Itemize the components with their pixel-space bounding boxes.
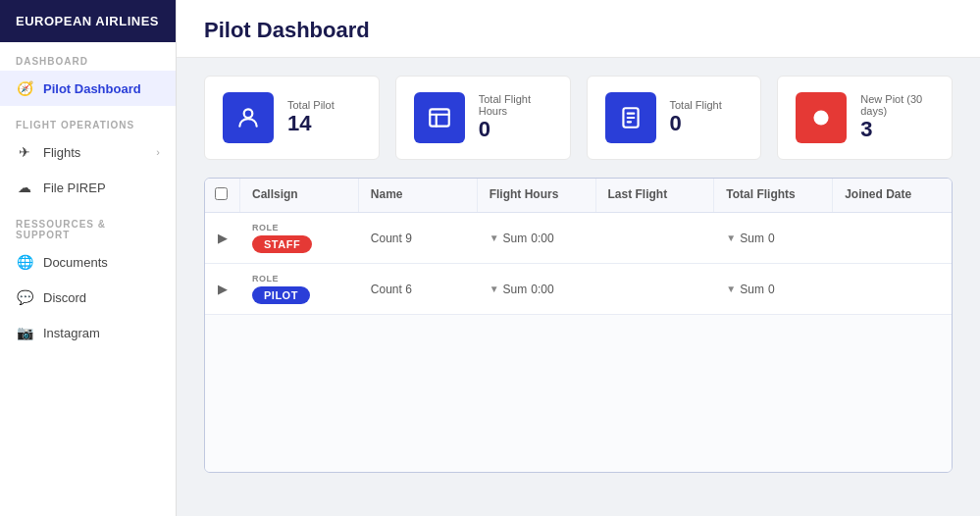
- staff-sum-flights: ▼ Sum 0: [714, 222, 833, 255]
- pilot-last-flight: [596, 280, 715, 299]
- sidebar-item-label: Flights: [43, 145, 80, 160]
- pilot-sum-hours: ▼ Sum 0:00: [478, 273, 596, 306]
- sidebar-item-label: Instagram: [43, 326, 100, 340]
- total-flight-icon: [605, 92, 656, 143]
- stat-text-total-flight: Total Flight 0: [670, 99, 722, 136]
- th-checkbox: [205, 179, 240, 212]
- staff-role-label: ROLE: [252, 223, 312, 232]
- staff-sum-hours: ▼ Sum 0:00: [478, 222, 596, 255]
- flight-hours-icon: [414, 92, 465, 143]
- pilot-role-cell: ROLE PILOT: [240, 264, 359, 314]
- pilot-sum-flights-label: Sum: [740, 283, 764, 296]
- sidebar-item-documents[interactable]: 🌐 Documents: [0, 244, 176, 280]
- sidebar-item-flights[interactable]: ✈ Flights ›: [0, 134, 176, 170]
- stat-text-flight-hours: Total Flight Hours 0: [479, 93, 552, 142]
- pilot-sum-arrow-icon: ▼: [490, 284, 499, 294]
- sum-flights-arrow-icon: ▼: [726, 232, 736, 243]
- stat-text-new-pilot: New Piot (30 days) 3: [860, 93, 934, 142]
- stat-card-total-pilot: Total Pilot 14: [204, 76, 380, 160]
- main-header: Pilot Dashboard: [177, 0, 980, 58]
- th-callsign: Callsign: [240, 179, 359, 212]
- sidebar-item-pilot-dashboard[interactable]: 🧭 Pilot Dashboard: [0, 71, 176, 106]
- new-pilot-value: 3: [860, 117, 934, 142]
- pilot-count-label: Count: [371, 283, 402, 296]
- sidebar-item-label: File PIREP: [43, 181, 106, 195]
- staff-last-flight: [596, 229, 715, 248]
- expand-pilot-button[interactable]: ▶: [214, 280, 232, 298]
- sidebar-section-flight-ops: FLIGHT OPERATIONS: [0, 106, 176, 134]
- sidebar-item-instagram[interactable]: 📷 Instagram: [0, 315, 176, 350]
- staff-sum-flights-value: 0: [768, 232, 775, 245]
- pilot-count-value: 6: [405, 283, 412, 296]
- total-flight-label: Total Flight: [670, 99, 722, 111]
- sidebar-item-label: Discord: [43, 290, 86, 305]
- sum-arrow-icon: ▼: [490, 232, 499, 243]
- stats-row: Total Pilot 14 Total Flight Hours 0 Tota…: [177, 58, 980, 170]
- pilot-sum-hours-value: 0:00: [531, 283, 553, 296]
- th-name: Name: [359, 179, 478, 212]
- th-last-flight: Last Flight: [596, 179, 715, 212]
- staff-role-cell: ROLE STAFF: [240, 213, 359, 263]
- discord-icon: 💬: [16, 288, 33, 306]
- stat-text-total-pilot: Total Pilot 14: [287, 99, 335, 136]
- table-header: Callsign Name Flight Hours Last Flight T…: [205, 179, 952, 213]
- stat-card-new-pilot: New Piot (30 days) 3: [777, 76, 953, 160]
- stat-card-total-flight: Total Flight 0: [587, 76, 762, 160]
- table-row-staff: ▶ ROLE STAFF Count 9 ▼ Sum 0:00 ▼ Sum: [205, 213, 952, 264]
- file-pirep-icon: ☁: [16, 179, 33, 196]
- sidebar-item-discord[interactable]: 💬 Discord: [0, 280, 176, 315]
- new-pilot-label: New Piot (30 days): [860, 93, 934, 117]
- dashboard-icon: 🧭: [16, 79, 33, 97]
- instagram-icon: 📷: [16, 324, 33, 341]
- svg-rect-1: [430, 109, 449, 126]
- svg-point-0: [244, 109, 253, 118]
- pilot-badge: PILOT: [252, 286, 310, 304]
- total-flight-value: 0: [670, 111, 722, 136]
- total-pilot-value: 14: [287, 111, 335, 136]
- staff-sum-hours-value: 0:00: [531, 232, 553, 245]
- staff-badge: STAFF: [252, 235, 312, 253]
- sidebar-item-label: Pilot Dashboard: [43, 81, 141, 96]
- pilot-table: Callsign Name Flight Hours Last Flight T…: [204, 178, 953, 473]
- expand-staff-button[interactable]: ▶: [214, 229, 232, 247]
- sidebar-logo: EUROPEAN AIRLINES: [0, 0, 176, 42]
- pilot-role-label: ROLE: [252, 274, 310, 284]
- table-row-pilot: ▶ ROLE PILOT Count 6 ▼ Sum 0:00 ▼ Sum: [205, 264, 952, 315]
- sidebar-section-resources: RESSOURCES & SUPPORT: [0, 205, 176, 244]
- documents-icon: 🌐: [16, 253, 33, 271]
- flight-hours-label: Total Flight Hours: [479, 93, 552, 117]
- th-flight-hours: Flight Hours: [478, 179, 596, 212]
- staff-count-label: Count: [371, 232, 402, 245]
- sidebar-section-dashboard: DASHBOARD: [0, 42, 176, 71]
- staff-sum-label: Sum: [503, 232, 528, 245]
- page-title: Pilot Dashboard: [204, 18, 953, 43]
- select-all-checkbox[interactable]: [215, 187, 228, 200]
- pilot-sum-flights: ▼ Sum 0: [714, 273, 833, 306]
- expand-pilot[interactable]: ▶: [205, 280, 240, 298]
- sidebar-item-label: Documents: [43, 255, 108, 270]
- pilot-flights-arrow-icon: ▼: [726, 284, 736, 294]
- pilot-sum-label: Sum: [503, 283, 528, 296]
- pilot-sum-flights-value: 0: [768, 283, 775, 296]
- staff-count: Count 9: [359, 222, 478, 255]
- expand-staff[interactable]: ▶: [205, 229, 240, 247]
- sidebar-item-file-pirep[interactable]: ☁ File PIREP: [0, 170, 176, 205]
- flights-icon: ✈: [16, 143, 33, 161]
- total-pilot-icon: [223, 92, 274, 143]
- total-pilot-label: Total Pilot: [287, 99, 335, 111]
- main-content: Pilot Dashboard Total Pilot 14 Total Fli…: [177, 0, 980, 516]
- flight-hours-value: 0: [479, 117, 552, 142]
- th-joined-date: Joined Date: [833, 179, 952, 212]
- staff-sum-flights-label: Sum: [740, 232, 764, 245]
- pilot-count: Count 6: [359, 273, 478, 306]
- th-total-flights: Total Flights: [714, 179, 833, 212]
- sidebar: EUROPEAN AIRLINES DASHBOARD 🧭 Pilot Dash…: [0, 0, 177, 516]
- chevron-right-icon: ›: [156, 146, 160, 158]
- staff-count-value: 9: [405, 232, 412, 245]
- new-pilot-icon: [796, 92, 847, 143]
- svg-point-8: [814, 110, 829, 125]
- table-empty-area: [205, 315, 952, 472]
- stat-card-flight-hours: Total Flight Hours 0: [395, 76, 571, 160]
